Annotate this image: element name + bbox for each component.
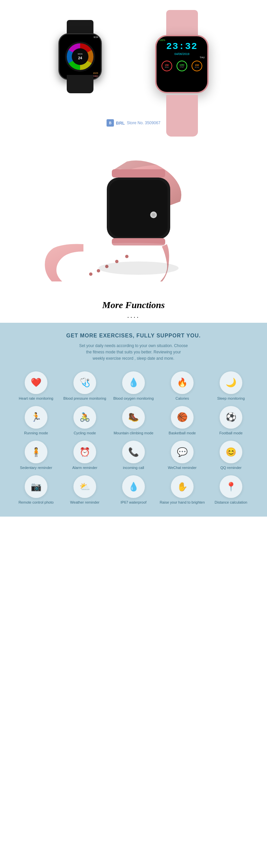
feature-icon-2: 💧 xyxy=(122,371,145,394)
feature-label-2: Blood oxygen monitoring xyxy=(113,396,154,401)
feature-icon-19: 📍 xyxy=(220,475,242,498)
feature-item-15: 📷Remote control photo xyxy=(14,475,59,505)
feature-icon-4: 🌙 xyxy=(220,371,242,394)
feature-icon-5: 🏃 xyxy=(25,406,47,429)
cal-value: 230 xyxy=(195,64,199,66)
battery-indicator: 100% xyxy=(159,39,165,41)
feature-label-8: Basketball mode xyxy=(168,431,195,435)
feature-icon-11: ⏰ xyxy=(74,441,96,463)
feature-label-12: incoming call xyxy=(123,465,144,470)
watch-body-pink: 100% 23:32 04/06/2019 THU 150 BPM 12350 … xyxy=(155,35,209,93)
band-illustration xyxy=(33,155,234,281)
features-grid: ❤️Heart rate monitoring🩺Blood pressure m… xyxy=(14,371,253,505)
more-functions-section: More Functions .... xyxy=(0,290,267,323)
feature-item-12: 📞incoming call xyxy=(111,441,156,470)
feature-label-13: WeChat reminder xyxy=(168,465,196,470)
svg-rect-0 xyxy=(112,169,165,178)
bpm-label: BPM xyxy=(165,66,168,68)
feature-item-8: 🏀Basketball mode xyxy=(160,406,205,435)
day-badge: THU xyxy=(159,56,205,59)
feature-label-4: Sleep monitoring xyxy=(217,396,245,401)
feature-label-14: QQ reminder xyxy=(220,465,242,470)
feature-icon-1: 🩺 xyxy=(74,371,96,394)
feature-item-0: ❤️Heart rate monitoring xyxy=(14,371,59,401)
feature-label-18: Raise your hand to brighten xyxy=(160,500,205,505)
feature-icon-10: 🧍 xyxy=(25,441,47,463)
feature-label-11: Alarm reminder xyxy=(72,465,97,470)
feature-item-3: 🔥Calories xyxy=(160,371,205,401)
watch-pink: 100% 23:32 04/06/2019 THU 150 BPM 12350 … xyxy=(143,10,220,136)
more-functions-dots: .... xyxy=(0,312,267,319)
feature-item-6: 🚴Cycling mode xyxy=(62,406,107,435)
watch-black: MON 24 6/24 75362 1623 xyxy=(50,20,110,93)
brand-watermark: B BRL Store No. 3509067 xyxy=(106,119,160,127)
feature-item-11: ⏰Alarm reminder xyxy=(62,441,107,470)
feature-icon-6: 🚴 xyxy=(74,406,96,429)
svg-point-4 xyxy=(125,255,129,258)
band-section xyxy=(0,147,267,290)
clock-face-black: MON 24 xyxy=(65,42,95,72)
watch-body-black: MON 24 6/24 75362 1623 xyxy=(58,33,102,80)
feature-item-10: 🧍Sedentary reminder xyxy=(14,441,59,470)
feature-label-16: Weather reminder xyxy=(70,500,100,505)
strap-top-pink xyxy=(166,10,198,37)
cal-label: KCAL xyxy=(195,66,199,68)
brand-name: BRL xyxy=(116,121,125,126)
hero-section: MON 24 6/24 75362 1623 100% xyxy=(0,0,267,147)
feature-icon-9: ⚽ xyxy=(220,406,242,429)
cal-stat: 230 KCAL xyxy=(192,61,202,71)
brand-icon: B xyxy=(106,119,114,127)
more-functions-title: More Functions xyxy=(0,300,267,310)
feature-item-9: ⚽Football mode xyxy=(208,406,253,435)
bpm-stat: 150 BPM xyxy=(162,61,172,71)
feature-item-5: 🏃Running mode xyxy=(14,406,59,435)
feature-icon-16: ⛅ xyxy=(74,475,96,498)
feature-icon-18: ✋ xyxy=(171,475,193,498)
feature-item-17: 💧IP67 waterproof xyxy=(111,475,156,505)
feature-icon-13: 💬 xyxy=(171,441,193,463)
watch-screen-pink: 100% 23:32 04/06/2019 THU 150 BPM 12350 … xyxy=(157,36,207,92)
digital-stats: 150 BPM 12350 STEP 230 KCAL xyxy=(159,61,205,71)
feature-label-5: Running mode xyxy=(24,431,48,435)
black-watch-date: 6/24 xyxy=(94,36,98,38)
features-section: GET MORE EXERCISES, FULLY SUPPORT YOU. S… xyxy=(0,323,267,517)
svg-rect-2 xyxy=(109,180,167,237)
clock-inner: MON 24 xyxy=(72,48,88,65)
feature-icon-14: 😊 xyxy=(220,441,242,463)
clock-date: MON 24 xyxy=(78,53,82,60)
feature-label-17: IP67 waterproof xyxy=(121,500,146,505)
features-subtext: Set your daily needs according to your o… xyxy=(14,343,253,362)
feature-icon-15: 📷 xyxy=(25,475,47,498)
feature-icon-8: 🏀 xyxy=(171,406,193,429)
feature-item-18: ✋Raise your hand to brighten xyxy=(160,475,205,505)
feature-item-13: 💬WeChat reminder xyxy=(160,441,205,470)
band-svg xyxy=(33,155,234,281)
store-text: Store No. 3509067 xyxy=(127,121,161,125)
feature-icon-12: 📞 xyxy=(122,441,145,463)
strap-bottom-black xyxy=(67,75,94,93)
strap-bottom-pink xyxy=(166,95,198,136)
digital-date: 04/06/2019 xyxy=(159,52,205,56)
feature-item-2: 💧Blood oxygen monitoring xyxy=(111,371,156,401)
feature-icon-0: ❤️ xyxy=(25,371,47,394)
step-label: STEP xyxy=(180,66,184,68)
svg-point-11 xyxy=(152,214,155,216)
feature-label-19: Distance calculation xyxy=(215,500,247,505)
bpm-value: 150 xyxy=(165,64,169,66)
feature-icon-3: 🔥 xyxy=(171,371,193,394)
svg-point-8 xyxy=(89,273,92,276)
feature-item-14: 😊QQ reminder xyxy=(208,441,253,470)
feature-icon-17: 💧 xyxy=(122,475,145,498)
feature-label-1: Blood pressure monitoring xyxy=(63,396,106,401)
black-watch-time: 1623 xyxy=(93,72,98,74)
feature-icon-7: 🥾 xyxy=(122,406,145,429)
watches-container: MON 24 6/24 75362 1623 100% xyxy=(47,10,220,136)
digital-time: 23:32 xyxy=(159,41,205,52)
feature-item-19: 📍Distance calculation xyxy=(208,475,253,505)
feature-label-7: Mountain climbing mode xyxy=(113,431,153,435)
watch-screen-black: MON 24 6/24 75362 1623 xyxy=(59,34,101,79)
feature-item-7: 🥾Mountain climbing mode xyxy=(111,406,156,435)
feature-item-1: 🩺Blood pressure monitoring xyxy=(62,371,107,401)
feature-item-16: ⛅Weather reminder xyxy=(62,475,107,505)
feature-label-9: Football mode xyxy=(219,431,243,435)
